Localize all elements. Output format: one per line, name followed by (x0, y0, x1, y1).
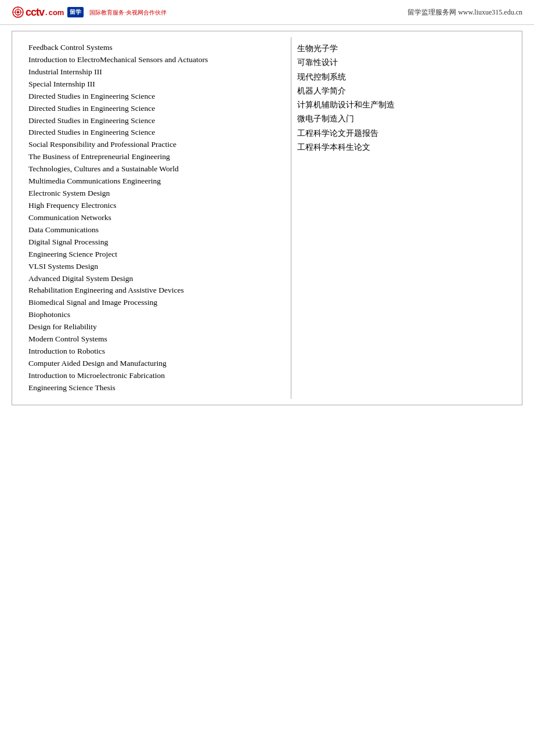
list-item: 工程科学论文开题报告 (297, 127, 504, 141)
list-item: Multimedia Communications Engineering (28, 175, 285, 188)
list-item: Digital Signal Processing (28, 236, 285, 249)
site-info: 留学监理服务网 www.liuxue315.edu.cn (407, 8, 522, 17)
list-item: 机器人学简介 (297, 84, 504, 98)
list-item: VLSI Systems Design (28, 261, 285, 273)
list-item: 可靠性设计 (297, 56, 504, 70)
main-content: Feedback Control SystemsIntroduction to … (12, 31, 522, 405)
page-header: cctv . com 留学 国际教育服务·央视网合作伙伴 留学监理服务网 www… (0, 0, 534, 25)
cctv-text: cctv (26, 6, 44, 19)
com-text2: com (49, 8, 64, 17)
list-item: Electronic System Design (28, 188, 285, 200)
list-item: Advanced Digital System Design (28, 273, 285, 285)
logo-badge: 留学 (67, 7, 84, 17)
left-column: Feedback Control SystemsIntroduction to … (24, 37, 291, 399)
list-item: Data Communications (28, 224, 285, 236)
satellite-icon (12, 6, 24, 19)
list-item: 工程科学本科生论文 (297, 141, 504, 154)
list-item: Communication Networks (28, 212, 285, 224)
com-text: . (45, 8, 48, 17)
list-item: The Business of Entrepreneurial Engineer… (28, 151, 285, 163)
list-item: High Frequency Electronics (28, 200, 285, 212)
list-item: Modern Control Systems (28, 333, 285, 345)
list-item: Technologies, Cultures and a Sustainable… (28, 163, 285, 175)
list-item: Engineering Science Project (28, 249, 285, 261)
list-item: Design for Reliability (28, 321, 285, 333)
list-item: Special Internship III (28, 78, 285, 91)
cctv-logo: cctv . com (12, 6, 64, 19)
list-item: Introduction to Robotics (28, 345, 285, 358)
list-item: Introduction to ElectroMechanical Sensor… (28, 54, 285, 66)
list-item: Rehabilitation Engineering and Assistive… (28, 285, 285, 297)
list-item: Directed Studies in Engineering Science (28, 115, 285, 127)
list-item: Social Responsibility and Professional P… (28, 139, 285, 151)
list-item: Directed Studies in Engineering Science (28, 103, 285, 115)
list-item: 微电子制造入门 (297, 112, 504, 126)
list-item: Feedback Control Systems (28, 42, 285, 54)
list-item: 生物光子学 (297, 42, 504, 56)
list-item: 现代控制系统 (297, 70, 504, 84)
list-item: Engineering Science Thesis (28, 382, 285, 394)
list-item: 计算机辅助设计和生产制造 (297, 98, 504, 112)
course-columns: Feedback Control SystemsIntroduction to … (24, 37, 510, 399)
right-column: 生物光子学可靠性设计现代控制系统机器人学简介计算机辅助设计和生产制造微电子制造入… (291, 37, 510, 399)
list-item: Biophotonics (28, 309, 285, 321)
logo-area: cctv . com 留学 国际教育服务·央视网合作伙伴 (12, 6, 167, 19)
list-item: Industrial Internship III (28, 66, 285, 78)
logo-subtitle: 国际教育服务·央视网合作伙伴 (89, 9, 167, 17)
list-item: Directed Studies in Engineering Science (28, 127, 285, 139)
list-item: Biomedical Signal and Image Processing (28, 297, 285, 309)
list-item: Computer Aided Design and Manufacturing (28, 358, 285, 370)
list-item: Introduction to Microelectronic Fabricat… (28, 370, 285, 382)
list-item: Directed Studies in Engineering Science (28, 91, 285, 103)
